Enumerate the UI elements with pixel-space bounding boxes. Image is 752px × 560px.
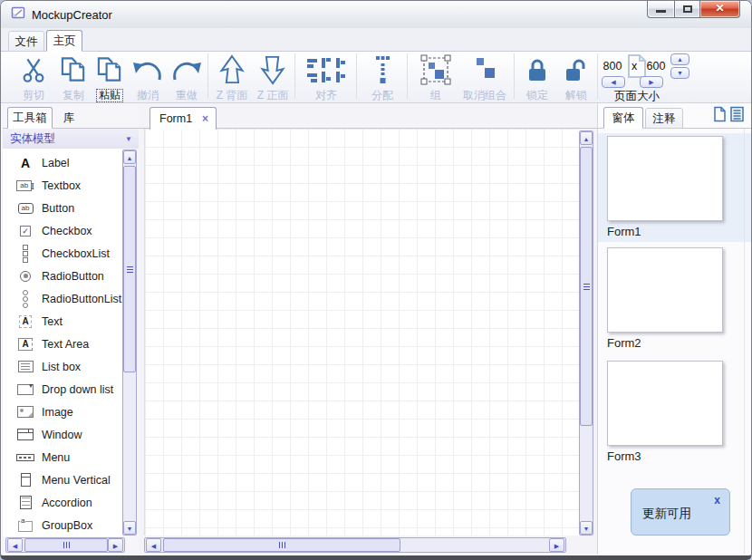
arrow-down-icon: ▼ [583,526,590,532]
tab-forms[interactable]: 窗体 [603,107,643,129]
group-icon [414,53,458,86]
form2-thumbnail[interactable] [607,247,723,333]
toolbox-item-checkbox[interactable]: ✓ Checkbox [3,219,122,242]
form-thumbnail-block[interactable]: Form2 [598,245,751,358]
form-thumbnail-block[interactable]: Form3 [598,358,751,471]
scroll-up-button[interactable]: ▲ [580,131,593,145]
maximize-button[interactable] [674,1,700,18]
align-button[interactable]: 对齐 [298,53,354,101]
new-form-icon[interactable] [713,106,727,126]
toolbox-item-text[interactable]: A Text [3,310,122,333]
scroll-thumb[interactable] [163,538,400,552]
toolbox-item-checkboxlist[interactable]: CheckboxList [3,242,122,265]
scroll-up-button[interactable]: ▲ [123,150,136,164]
toolbox-horizontal-scrollbar[interactable]: ◀ ▶ [5,537,125,553]
scroll-left-button[interactable]: ◀ [146,538,161,552]
toolbox-category-header[interactable]: 实体模型 ▼ [3,129,139,149]
toolbox-item-groupbox[interactable]: GroupBox [3,514,122,536]
tab-home[interactable]: 主页 [46,30,82,52]
text-area-icon: A [18,338,33,351]
toolbox-item-listbox[interactable]: List box [3,355,122,378]
title-bar[interactable]: MockupCreator ✕ [1,1,751,28]
ribbon-separator [407,53,408,99]
height-up-button[interactable]: ▲ [670,53,689,65]
toolbox-item-textarea[interactable]: A Text Area [3,333,122,355]
scroll-thumb[interactable] [580,147,593,426]
lock-icon [517,53,557,86]
notification-close-icon[interactable]: x [714,494,720,507]
form-thumbnail-block[interactable]: Form1 [598,133,751,242]
toolbox-item-textbox[interactable]: abI Textbox [3,174,122,197]
notes-icon[interactable] [730,106,744,126]
group-button[interactable]: 组 [414,53,458,101]
scroll-thumb[interactable] [24,538,108,552]
scroll-thumb[interactable] [123,166,136,372]
close-tab-icon[interactable]: × [202,114,208,123]
ribbon-separator [514,53,515,99]
arrow-left-icon: ◀ [13,543,17,549]
copy-button[interactable]: 复制 [55,53,92,101]
canvas-vertical-scrollbar[interactable]: ▲ ▼ [579,130,593,536]
send-to-back-button[interactable]: Z 背面 [211,53,253,101]
notification-text: 更新可用 [642,506,691,522]
toolbox-item-window[interactable]: Window [3,423,122,446]
arrow-right-icon: ▶ [554,543,559,549]
toolbox-item-accordion[interactable]: Accordion [3,491,122,514]
minimize-button[interactable] [647,1,674,18]
arrow-up-icon: ▲ [583,136,590,142]
design-canvas[interactable] [144,129,579,536]
scroll-right-button[interactable]: ▶ [108,538,123,552]
toolbox-tab-strip: 工具箱 库 [3,103,139,129]
undo-button[interactable]: 撤消 [128,53,168,101]
tab-notes[interactable]: 注释 [645,108,683,129]
tab-form1[interactable]: Form1 × [149,107,217,130]
tab-library[interactable]: 库 [57,109,81,129]
scroll-down-button[interactable]: ▼ [580,521,593,535]
bring-to-front-button[interactable]: Z 正面 [253,53,293,101]
page-width-value[interactable]: 800 [601,60,624,72]
list-box-icon [18,361,34,372]
arrow-down-icon: ▼ [127,526,133,532]
toolbox-item-menuvertical[interactable]: Menu Vertical [3,468,122,491]
image-icon [17,406,34,418]
scroll-right-button[interactable]: ▶ [549,538,564,552]
height-down-button[interactable]: ▼ [670,67,689,79]
close-button[interactable]: ✕ [700,1,740,18]
lock-button[interactable]: 锁定 [517,53,557,101]
radio-button-list-icon [23,296,28,302]
tab-file[interactable]: 文件 [8,31,44,52]
app-icon [10,5,27,24]
scroll-left-button[interactable]: ◀ [7,538,23,552]
form3-thumbnail[interactable] [607,361,723,446]
page-size-control: 800 x 600 ▲ ▼ ◀ ▶ 页面大小 [599,52,693,102]
toolbox-list: A Label abI Textbox ab Button ✓ Checkbox… [3,149,122,536]
toolbox-vertical-scrollbar[interactable]: ▲ ▼ [122,150,137,536]
scroll-down-button[interactable]: ▼ [123,521,136,535]
label-icon: A [21,156,30,170]
form1-thumbnail[interactable] [607,136,723,221]
toolbox-item-radiobuttonlist[interactable]: RadioButtonList [3,287,122,310]
toolbox-item-button[interactable]: ab Button [3,197,122,219]
unlock-button[interactable]: 解锁 [557,53,595,101]
page-height-value[interactable]: 600 [644,60,668,72]
width-down-button[interactable]: ◀ [602,76,625,88]
toolbox-item-dropdownlist[interactable]: Drop down list [3,378,122,401]
app-window: MockupCreator ✕ 文件 主页 剪切 复制 [0,0,752,560]
cut-button[interactable]: 剪切 [12,53,55,101]
tab-toolbox[interactable]: 工具箱 [7,107,53,129]
toolbox-item-image[interactable]: Image [3,401,122,423]
redo-button[interactable]: 重做 [168,53,206,101]
window-icon [17,429,34,440]
distribute-button[interactable]: 分配 [360,53,405,101]
toolbox-item-radiobutton[interactable]: RadioButton [3,265,122,287]
arrow-up-icon: ▲ [677,56,683,63]
toolbox-item-label[interactable]: A Label [3,151,122,174]
canvas-horizontal-scrollbar[interactable]: ◀ ▶ [144,537,566,553]
ribbon: 剪切 复制 粘贴 撤消 重做 [1,52,751,103]
width-up-button[interactable]: ▶ [640,76,663,88]
text-icon: A [19,315,32,328]
ungroup-button[interactable]: 取消组合 [458,53,512,101]
paste-button[interactable]: 粘贴 [92,53,128,101]
window-title: MockupCreator [32,8,112,22]
toolbox-item-menu[interactable]: Menu [3,446,122,468]
